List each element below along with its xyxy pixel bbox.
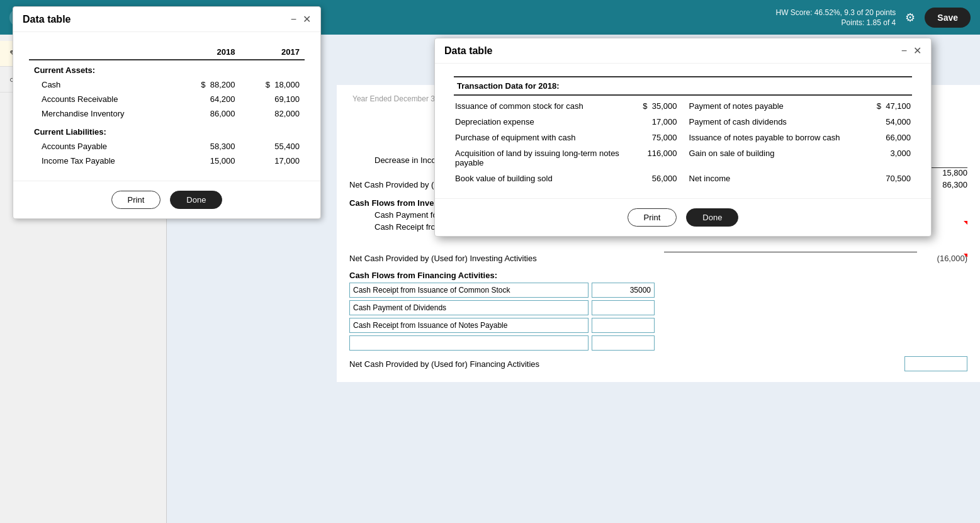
- modal-left-done[interactable]: Done: [170, 191, 222, 209]
- modal-left-title: Data table: [23, 14, 70, 25]
- financing-row-4: [349, 334, 967, 352]
- score-info: HW Score: 46.52%, 9.3 of 20 points Point…: [776, 7, 896, 28]
- tg-amount-2: 17,000: [641, 115, 678, 129]
- ap-row: Accounts Payable 58,300 55,400: [29, 139, 305, 154]
- save-button[interactable]: Save: [925, 8, 971, 28]
- tg-label-5: Book value of building sold: [454, 171, 632, 186]
- ap-label: Accounts Payable: [29, 139, 176, 154]
- modal-right-title: Data table: [444, 45, 492, 57]
- cash-row: Cash $ 88,200 $ 18,000: [29, 77, 305, 92]
- ar-row: Accounts Receivable 64,200 69,100: [29, 92, 305, 106]
- itp-row: Income Tax Payable 15,000 17,000: [29, 154, 305, 168]
- tg-amount-5: 56,000: [641, 171, 678, 186]
- modal-left-close[interactable]: ✕: [303, 13, 311, 25]
- tg-label-r1: Payment of notes payable: [688, 99, 866, 113]
- col-header-2017: 2017: [240, 45, 305, 60]
- modal-right-minimize[interactable]: −: [901, 45, 907, 57]
- tg-label-r2: Payment of cash dividends: [688, 115, 866, 129]
- modal-left: Data table − ✕ 2018 2017 Current Assets:: [13, 6, 321, 219]
- current-assets-header-row: Current Assets:: [29, 60, 305, 77]
- ap-2017: 55,400: [240, 139, 305, 154]
- financing-row-1: [349, 281, 967, 299]
- points: Points: 1.85 of 4: [776, 18, 896, 27]
- hw-score: HW Score: 46.52%, 9.3 of 20 points: [776, 8, 896, 17]
- tg-amount-r4: 3,000: [876, 146, 912, 170]
- financing-label-input-3[interactable]: [349, 318, 589, 333]
- current-liab-header: Current Liabilities:: [29, 121, 176, 139]
- ar-label: Accounts Receivable: [29, 92, 176, 106]
- modal-right-done[interactable]: Done: [686, 208, 738, 227]
- ar-2017: 69,100: [240, 92, 305, 106]
- modal-right-footer: Print Done: [435, 198, 931, 236]
- transaction-header: Transaction Data for 2018:: [454, 76, 912, 96]
- modal-right: Data table − ✕ Transaction Data for 2018…: [434, 38, 932, 237]
- financing-total-row: Net Cash Provided by (Used for) Financin…: [349, 355, 967, 373]
- financing-amount-input-2[interactable]: [592, 300, 655, 315]
- ar-2018: 64,200: [176, 92, 240, 106]
- financing-header: Cash Flows from Financing Activities:: [349, 271, 967, 280]
- itp-label: Income Tax Payable: [29, 154, 176, 168]
- current-liab-header-row: Current Liabilities:: [29, 121, 305, 139]
- inventory-label: Merchandise Inventory: [29, 106, 176, 121]
- tg-amount-4: 116,000: [641, 146, 678, 170]
- modal-right-close[interactable]: ✕: [913, 45, 921, 57]
- investing-total-amount2: (16,000): [892, 254, 967, 263]
- tg-amount-r3: 66,000: [876, 130, 912, 145]
- modal-right-controls: − ✕: [901, 45, 921, 57]
- inventory-row: Merchandise Inventory 86,000 82,000: [29, 106, 305, 121]
- modal-left-footer: Print Done: [13, 181, 320, 218]
- financing-section: Cash Flows from Financing Activities:: [349, 269, 967, 373]
- inventory-2018: 86,000: [176, 106, 240, 121]
- financing-total-label: Net Cash Provided by (Used for) Financin…: [349, 359, 829, 369]
- cash-2018: $ 88,200: [176, 77, 240, 92]
- tg-amount-r5: 70,500: [876, 171, 912, 186]
- modal-left-controls: − ✕: [291, 13, 311, 25]
- inventory-2017: 82,000: [240, 106, 305, 121]
- tg-amount-r2: 54,000: [876, 115, 912, 129]
- investing-total-label: Net Cash Provided by (Used for) Investin…: [349, 254, 816, 263]
- financing-row-2: [349, 299, 967, 317]
- transaction-grid: Issuance of common stock for cash $ 35,0…: [454, 99, 912, 186]
- financing-total-input[interactable]: [904, 356, 967, 371]
- itp-2017: 17,000: [240, 154, 305, 168]
- header-right: HW Score: 46.52%, 9.3 of 20 points Point…: [776, 7, 971, 28]
- financing-label-input-1[interactable]: [349, 283, 589, 298]
- current-assets-header: Current Assets:: [29, 60, 176, 77]
- financing-header-row: Cash Flows from Financing Activities:: [349, 269, 967, 281]
- tg-amount-r1: $ 47,100: [876, 99, 912, 113]
- modal-left-titlebar: Data table − ✕: [13, 7, 320, 32]
- modal-left-table: 2018 2017 Current Assets: Cash $ 88,200 …: [29, 45, 305, 168]
- modal-left-body: 2018 2017 Current Assets: Cash $ 88,200 …: [13, 32, 320, 181]
- cash-2017: $ 18,000: [240, 77, 305, 92]
- financing-amount-input-4[interactable]: [592, 335, 655, 351]
- financing-amount-input-1[interactable]: [592, 283, 655, 298]
- cash-label: Cash: [29, 77, 176, 92]
- tg-label-r3: Issuance of notes payable to borrow cash: [688, 130, 866, 145]
- tg-label-4: Acquisition of land by issuing long-term…: [454, 146, 632, 170]
- tg-label-1: Issuance of common stock for cash: [454, 99, 632, 113]
- modal-right-body: Transaction Data for 2018: Issuance of c…: [435, 64, 931, 198]
- settings-icon[interactable]: ⚙: [905, 11, 915, 25]
- tg-label-r5: Net income: [688, 171, 866, 186]
- itp-2018: 15,000: [176, 154, 240, 168]
- modal-left-minimize[interactable]: −: [291, 14, 296, 25]
- col-header-label: [29, 45, 176, 60]
- financing-amount-input-3[interactable]: [592, 318, 655, 333]
- tg-amount-1: $ 35,000: [641, 99, 678, 113]
- modal-right-print[interactable]: Print: [628, 208, 677, 227]
- modal-left-print[interactable]: Print: [111, 191, 161, 209]
- investing-total-row: Net Cash Provided by (Used for) Investin…: [349, 252, 967, 264]
- ap-2018: 58,300: [176, 139, 240, 154]
- col-header-2018: 2018: [176, 45, 240, 60]
- tg-amount-3: 75,000: [641, 130, 678, 145]
- financing-row-3: [349, 317, 967, 334]
- tg-label-2: Depreciation expense: [454, 115, 632, 129]
- tg-label-r4: Gain on sale of building: [688, 146, 866, 170]
- modal-right-titlebar: Data table − ✕: [435, 38, 931, 64]
- financing-label-input-4[interactable]: [349, 335, 589, 351]
- tg-label-3: Purchase of equipment with cash: [454, 130, 632, 145]
- financing-label-input-2[interactable]: [349, 300, 589, 315]
